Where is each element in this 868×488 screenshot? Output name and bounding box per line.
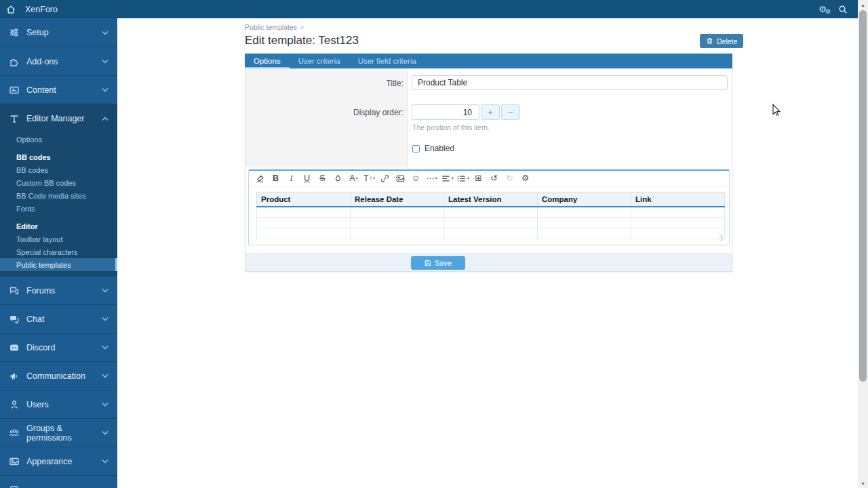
tab-options[interactable]: Options — [245, 54, 290, 68]
tab-bar: Options User criteria User field criteri… — [245, 54, 732, 68]
table-row — [257, 207, 725, 218]
column-header[interactable]: Product — [257, 192, 351, 207]
delete-button[interactable]: Delete — [700, 34, 743, 48]
save-button[interactable]: Save — [411, 256, 465, 270]
emoji-icon[interactable]: ☺ — [408, 171, 424, 186]
search-icon[interactable] — [837, 4, 848, 15]
column-header[interactable]: Link — [631, 192, 725, 207]
table-cell[interactable] — [631, 207, 725, 218]
sidebar-subitem-options[interactable]: Options — [0, 133, 117, 146]
tab-user-field-criteria[interactable]: User field criteria — [349, 54, 425, 68]
product-table: Product Release Date Latest Version Comp… — [256, 192, 725, 239]
decrement-button[interactable]: − — [501, 104, 520, 120]
sidebar-item-setup[interactable]: Setup — [0, 18, 117, 47]
sidebar-subitem-special-characters[interactable]: Special characters — [0, 245, 117, 258]
chevron-down-icon — [102, 459, 108, 464]
text-color-icon[interactable] — [330, 171, 346, 186]
table-cell[interactable] — [257, 207, 351, 218]
breadcrumb-separator: > — [300, 23, 304, 31]
app-title[interactable]: XenForo — [25, 5, 58, 14]
sidebar-item-content[interactable]: Content — [0, 75, 117, 104]
sidebar-item-communication[interactable]: Communication — [0, 361, 117, 390]
table-cell[interactable] — [444, 207, 538, 218]
chevron-down-icon — [102, 30, 108, 35]
italic-icon[interactable]: I — [283, 171, 299, 186]
sidebar-subitem-custom-bb-codes[interactable]: Custom BB codes — [0, 176, 117, 189]
chevron-up-icon — [102, 117, 108, 121]
table-cell[interactable] — [538, 207, 631, 218]
table-cell[interactable] — [351, 218, 444, 228]
sidebar-group-editor-manager: Editor Manager Options BB codes BB codes… — [0, 104, 117, 276]
table-cell[interactable] — [631, 228, 725, 239]
sidebar-item-discord[interactable]: Discord — [0, 333, 117, 361]
table-cell[interactable] — [538, 228, 631, 239]
scrollbar-thumb[interactable] — [859, 10, 867, 382]
more-options-icon[interactable]: ⋯▾ — [424, 171, 439, 186]
underline-icon[interactable]: U — [299, 171, 315, 186]
sidebar-item-editor-manager[interactable]: Editor Manager — [0, 104, 117, 133]
page-scrollbar[interactable]: ▲ ▼ — [858, 0, 868, 488]
sidebar-item-add-ons[interactable]: Add-ons — [0, 47, 117, 75]
page-title: Edit template: Test123 — [245, 34, 359, 47]
insert-table-icon[interactable]: ⊞ — [471, 171, 486, 186]
title-input[interactable] — [412, 75, 728, 90]
sidebar-item-groups-permissions[interactable]: Groups & permissions — [0, 418, 117, 447]
list-icon[interactable]: ▾ — [455, 171, 471, 186]
content-card-icon — [9, 85, 20, 96]
table-cell[interactable] — [538, 218, 631, 228]
megaphone-icon — [9, 371, 20, 382]
dropdown-caret: ▾ — [435, 176, 437, 181]
sidebar-item-appearance[interactable]: Appearance — [0, 447, 117, 475]
sidebar-subitem-bb-codes[interactable]: BB codes — [0, 163, 117, 176]
editor-settings-icon[interactable]: ⚙ — [517, 171, 533, 186]
remove-format-icon[interactable] — [252, 171, 268, 186]
breadcrumb-public-templates[interactable]: Public templates — [245, 23, 297, 31]
bold-icon[interactable]: B — [268, 171, 283, 186]
sidebar-item-forums[interactable]: Forums — [0, 276, 117, 304]
align-icon[interactable]: ▾ — [439, 171, 455, 186]
font-size-icon[interactable]: T↕▾ — [361, 171, 377, 186]
save-button-label: Save — [435, 259, 452, 267]
home-icon[interactable] — [5, 4, 16, 15]
sidebar-item-chat[interactable]: Chat — [0, 304, 117, 333]
column-header[interactable]: Latest Version — [444, 192, 538, 207]
sidebar-subitem-fonts[interactable]: Fonts — [0, 202, 117, 215]
tab-user-criteria[interactable]: User criteria — [290, 54, 349, 68]
sidebar-subitem-toolbar-layout[interactable]: Toolbar layout — [0, 232, 117, 245]
trash-icon — [706, 37, 713, 45]
chevron-down-icon — [102, 373, 108, 378]
display-order-input[interactable] — [412, 104, 479, 120]
image-icon — [9, 456, 20, 467]
enabled-checkbox[interactable] — [412, 145, 420, 152]
sidebar-item-users[interactable]: Users — [0, 390, 117, 418]
table-cell[interactable] — [257, 228, 351, 239]
insert-link-icon[interactable] — [377, 171, 393, 186]
column-header[interactable]: Company — [538, 192, 631, 207]
form-footer: Save — [245, 253, 732, 271]
editor-manager-icon — [9, 113, 20, 124]
chat-icon — [9, 314, 20, 325]
font-color-icon[interactable]: A▾ — [346, 171, 361, 186]
save-icon — [425, 260, 431, 266]
column-header[interactable]: Release Date — [351, 192, 444, 207]
sidebar-item-partial[interactable] — [0, 475, 117, 488]
admin-gears-icon[interactable]: ⚙⚙ — [818, 5, 827, 14]
sidebar-subitem-bb-code-media-sites[interactable]: BB Code media sites — [0, 189, 117, 202]
undo-icon[interactable]: ↺ — [486, 171, 502, 186]
table-cell[interactable] — [631, 218, 725, 228]
table-cell[interactable] — [351, 228, 444, 239]
sidebar-subitem-public-templates[interactable]: Public templates — [0, 258, 117, 271]
chevron-down-icon — [102, 345, 108, 350]
strikethrough-icon[interactable]: S — [315, 171, 330, 186]
table-cell[interactable] — [444, 228, 538, 239]
increment-button[interactable]: + — [481, 104, 500, 120]
breadcrumb: Public templates> — [245, 23, 304, 31]
table-cell[interactable] — [351, 207, 444, 218]
editor-content-area[interactable]: Product Release Date Latest Version Comp… — [249, 186, 729, 245]
title-label: Title: — [245, 79, 403, 88]
scroll-down-arrow-icon[interactable]: ▼ — [858, 479, 868, 488]
scroll-up-arrow-icon[interactable]: ▲ — [858, 0, 868, 9]
insert-image-icon[interactable] — [393, 171, 408, 186]
table-cell[interactable] — [257, 218, 351, 228]
table-cell[interactable] — [444, 218, 538, 228]
